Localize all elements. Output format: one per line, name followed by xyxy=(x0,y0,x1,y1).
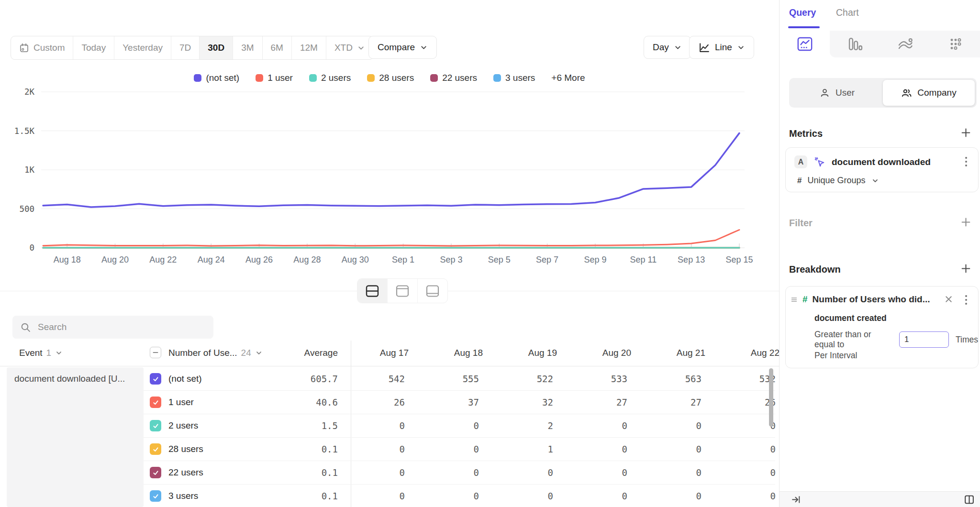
cell-value: 0 xyxy=(426,467,500,478)
x-axis-label: Sep 3 xyxy=(440,255,462,265)
chevron-down-icon xyxy=(357,44,365,52)
tab-chart-label: Chart xyxy=(836,7,859,18)
search-input[interactable] xyxy=(37,321,206,333)
cell-value: 27 xyxy=(574,397,648,408)
entity-toggle: User Company xyxy=(789,78,977,108)
collapse-panel-button[interactable] xyxy=(791,495,801,507)
add-metric-button[interactable] xyxy=(960,127,971,140)
collapse-right-icon xyxy=(791,495,801,505)
times-input[interactable] xyxy=(899,331,949,348)
breakdown-card: # Number of Users who did... document cr… xyxy=(785,286,979,368)
row-checkbox[interactable] xyxy=(150,373,161,385)
drag-handle-icon[interactable] xyxy=(791,296,798,303)
column-header-aug-19[interactable]: Aug 19 xyxy=(500,348,574,358)
report-type-insights-button[interactable] xyxy=(780,31,830,57)
split-panel-icon xyxy=(964,494,975,505)
row-checkbox[interactable] xyxy=(150,420,161,431)
cell-value: 0 xyxy=(723,444,779,454)
cell-value: 0 xyxy=(648,420,723,431)
chart-type-dropdown[interactable]: Line xyxy=(689,36,754,59)
range-custom[interactable]: Custom xyxy=(11,36,73,59)
interval-dropdown[interactable]: Day xyxy=(644,36,691,59)
range-today[interactable]: Today xyxy=(73,36,114,59)
layout-chart-only-button[interactable] xyxy=(388,279,418,303)
select-all-checkbox[interactable] xyxy=(150,347,161,358)
report-type-funnels-button[interactable] xyxy=(830,31,880,57)
table-scrollbar[interactable] xyxy=(769,368,773,427)
layout-split-button[interactable] xyxy=(357,279,388,303)
breakdown-event-name[interactable]: document created xyxy=(814,313,887,323)
user-icon xyxy=(819,88,830,99)
event-count: 1 xyxy=(46,348,52,358)
average-column-header[interactable]: Average xyxy=(268,348,338,358)
range-12m[interactable]: 12M xyxy=(292,36,326,59)
breakdown-property-name[interactable]: Number of Users who did... xyxy=(813,294,930,305)
range-xtd[interactable]: XTD xyxy=(326,36,373,59)
add-filter-button[interactable] xyxy=(960,217,971,230)
y-axis-label: 1.5K xyxy=(14,126,35,136)
range-7d[interactable]: 7D xyxy=(171,36,200,59)
report-type-flows-button[interactable] xyxy=(880,31,930,57)
metric-card[interactable]: A document downloaded # Unique Groups xyxy=(785,147,979,192)
per-interval-label[interactable]: Per Interval xyxy=(814,351,857,361)
row-checkbox[interactable] xyxy=(150,467,161,478)
range-30d[interactable]: 30D xyxy=(200,36,233,59)
event-column-header[interactable]: Event 1 xyxy=(19,348,63,358)
toggle-panel-layout-button[interactable] xyxy=(964,494,975,507)
chevron-down-icon xyxy=(420,44,428,52)
aggregation-dropdown[interactable]: # Unique Groups xyxy=(797,176,879,186)
condition-label[interactable]: Greater than or equal to xyxy=(814,330,892,350)
range-3m[interactable]: 3M xyxy=(233,36,262,59)
breakdown-menu-button[interactable] xyxy=(961,294,971,308)
x-axis-label: Aug 24 xyxy=(198,255,225,265)
average-value: 40.6 xyxy=(268,397,338,408)
range-yesterday[interactable]: Yesterday xyxy=(114,36,171,59)
series-label: 28 users xyxy=(168,444,203,454)
row-checkbox[interactable] xyxy=(150,490,161,502)
column-header-aug-20[interactable]: Aug 20 xyxy=(574,348,648,358)
metric-menu-button[interactable] xyxy=(961,155,971,170)
tab-chart[interactable]: Chart xyxy=(836,7,859,18)
add-breakdown-button[interactable] xyxy=(960,263,971,276)
entity-company-button[interactable]: Company xyxy=(883,80,975,106)
plus-icon xyxy=(960,263,971,274)
series-count: 24 xyxy=(241,348,251,358)
x-axis-label: Aug 18 xyxy=(54,255,81,265)
cell-value: 0 xyxy=(648,444,723,454)
breakdown-title: Breakdown xyxy=(789,264,841,275)
entity-user-button[interactable]: User xyxy=(791,80,883,106)
query-builder-panel: Query Chart xyxy=(779,0,980,507)
entity-user-label: User xyxy=(835,88,855,98)
metric-event-name[interactable]: document downloaded xyxy=(832,157,931,167)
range-label-30d: 30D xyxy=(208,43,224,53)
report-type-retention-button[interactable] xyxy=(930,31,980,57)
average-value: 605.7 xyxy=(268,374,338,384)
check-icon xyxy=(152,493,159,500)
x-axis-label: Sep 9 xyxy=(584,255,606,265)
chevron-down-icon xyxy=(674,44,682,52)
column-header-aug-18[interactable]: Aug 18 xyxy=(426,348,500,358)
row-checkbox[interactable] xyxy=(150,397,161,408)
column-header-aug-22[interactable]: Aug 22 xyxy=(723,348,779,358)
series-label: 22 users xyxy=(168,467,203,478)
line-chart[interactable]: 05001K1.5K2KAug 18Aug 20Aug 22Aug 24Aug … xyxy=(0,67,779,273)
cell-value: 0 xyxy=(426,491,500,501)
remove-breakdown-button[interactable] xyxy=(944,295,953,306)
tab-query[interactable]: Query xyxy=(789,7,816,18)
layout-toggle-group xyxy=(357,278,448,303)
compare-button[interactable]: Compare xyxy=(368,36,437,59)
table-row: (not set)605.7542555522533563532 xyxy=(0,367,779,391)
layout-table-only-button[interactable] xyxy=(418,279,447,303)
range-6m[interactable]: 6M xyxy=(263,36,292,59)
close-icon xyxy=(944,295,953,304)
report-type-tabs xyxy=(780,31,980,57)
table-body: document downloaded [U... (not set)605.7… xyxy=(0,367,779,507)
cell-value: 0 xyxy=(574,444,648,454)
column-header-aug-17[interactable]: Aug 17 xyxy=(352,348,426,358)
cell-value: 0 xyxy=(723,467,779,478)
series-column-header[interactable]: Number of Use... 24 xyxy=(168,348,263,358)
column-header-aug-21[interactable]: Aug 21 xyxy=(648,348,723,358)
row-checkbox[interactable] xyxy=(150,443,161,455)
range-label-custom: Custom xyxy=(33,43,65,53)
x-axis-label: Aug 26 xyxy=(245,255,273,265)
